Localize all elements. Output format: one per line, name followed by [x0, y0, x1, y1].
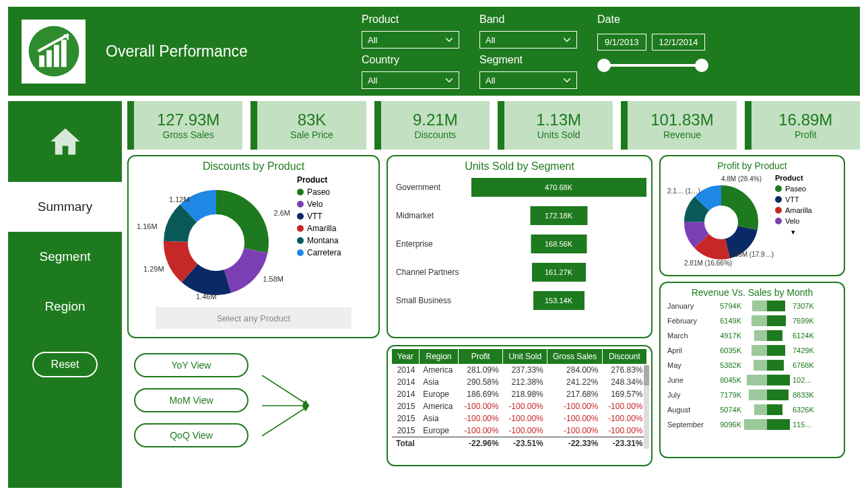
nav-summary[interactable]: Summary	[8, 182, 122, 232]
revsales-row: April 6035K 7429K	[667, 345, 837, 356]
units-bar: 172.18K	[530, 206, 587, 225]
revsales-right: 6768K	[793, 361, 822, 369]
legend-item[interactable]: Paseo	[297, 187, 341, 197]
table-header[interactable]: Discount	[602, 349, 646, 364]
revsales-row: September 9096K 115...	[667, 419, 837, 430]
revsales-row: May 5382K 6768K	[667, 360, 837, 371]
product-select[interactable]: Select any Product	[156, 307, 352, 329]
revsales-right: 102...	[793, 376, 822, 384]
units-segment: Midmarket	[396, 211, 470, 220]
revsales-bar-right	[767, 389, 789, 400]
sidebar: Summary Segment Region Reset	[8, 101, 122, 488]
kpi-accent	[251, 101, 257, 150]
filter-label-date: Date	[597, 13, 708, 26]
legend-swatch	[297, 213, 304, 220]
legend-item[interactable]: Velo	[297, 199, 341, 209]
slider-thumb-left[interactable]	[597, 59, 611, 72]
date-to[interactable]: 12/1/2014	[652, 34, 706, 51]
revsales-row: June 8045K 102...	[667, 375, 837, 385]
discounts-legend-title: Product	[297, 175, 341, 185]
total-label: Total	[392, 437, 459, 450]
cell-profit: -100.00%	[459, 412, 503, 425]
kpi-1: 83K Sale Price	[251, 101, 366, 150]
nav-home[interactable]	[8, 101, 122, 182]
revsales-right: 7307K	[793, 302, 822, 310]
revsales-bar-left	[752, 301, 767, 311]
filter-segment-value: All	[486, 75, 495, 86]
cell-region: Asia	[419, 376, 458, 388]
table-header[interactable]: Gross Sales	[547, 349, 603, 364]
units-row: Enterprise 168.56K	[396, 235, 643, 253]
legend-label: Amarilla	[307, 224, 336, 233]
units-segment: Small Business	[396, 296, 470, 305]
nav-region[interactable]: Region	[8, 282, 122, 332]
legend-item[interactable]: VTT	[775, 195, 812, 204]
revsales-bar-right	[767, 419, 790, 430]
filter-label-segment: Segment	[479, 54, 577, 66]
units-row: Midmarket 172.18K	[396, 206, 643, 225]
revsales-right: 6124K	[793, 332, 822, 340]
legend-item[interactable]: VTT	[297, 212, 341, 221]
chevron-down-icon[interactable]: ▾	[775, 228, 812, 237]
reset-button[interactable]: Reset	[32, 352, 98, 377]
slider-thumb-right[interactable]	[695, 59, 708, 72]
donut-label-velo: 1.58M	[263, 275, 283, 283]
legend-swatch	[775, 218, 782, 224]
kpi-value: 127.93M	[157, 111, 220, 129]
legend-label: Velo	[785, 217, 799, 225]
legend-item[interactable]: Paseo	[775, 185, 812, 193]
cell-year: 2014	[392, 376, 419, 388]
view-button-0[interactable]: YoY View	[134, 353, 248, 377]
legend-label: Montana	[307, 236, 339, 245]
legend-item[interactable]: Amarilla	[775, 206, 812, 214]
revsales-left: 6149K	[712, 317, 741, 325]
revsales-left: 9096K	[712, 420, 741, 429]
panel-table: YearRegionProfitUnit SoldGross SalesDisc…	[387, 345, 653, 466]
revsales-month: May	[667, 361, 709, 369]
cell-gross: 241.22%	[547, 376, 603, 388]
cell-profit: 281.09%	[459, 364, 503, 376]
cell-unit: -100.00%	[503, 400, 547, 412]
cell-region: Europe	[419, 425, 458, 437]
revsales-right: 8833K	[793, 391, 822, 399]
view-button-2[interactable]: QoQ View	[134, 423, 248, 447]
views-column: YoY ViewMoM ViewQoQ View	[127, 345, 380, 466]
legend-item[interactable]: Velo	[775, 217, 812, 225]
date-slider[interactable]	[597, 59, 708, 72]
view-button-1[interactable]: MoM View	[134, 388, 248, 412]
profit-pie: 4.8M (28.4%) 3.03M (17.9…) 2.81M (16.66%…	[667, 174, 775, 268]
table-header[interactable]: Year	[392, 349, 419, 364]
date-from[interactable]: 9/1/2013	[597, 34, 646, 51]
panel-units-title: Units Sold by Segment	[395, 160, 644, 173]
cell-gross: -100.00%	[547, 425, 603, 437]
filter-product[interactable]: All	[362, 31, 459, 49]
panel-discounts: Discounts by Product	[127, 155, 380, 338]
table-scrollbar[interactable]	[644, 365, 649, 449]
filter-band[interactable]: All	[479, 31, 577, 49]
legend-swatch	[297, 189, 304, 195]
table-header[interactable]: Region	[419, 349, 458, 364]
page-title: Overall Performance	[106, 42, 341, 61]
profit-label-right: 3.03M (17.9…)	[729, 251, 774, 258]
legend-label: Velo	[307, 199, 323, 209]
filter-band-value: All	[486, 35, 495, 45]
revsales-month: February	[667, 317, 709, 325]
scrollbar-thumb[interactable]	[644, 365, 649, 385]
donut-label-carretera: 1.12M	[169, 195, 190, 204]
revsales-row: August 5074K 6326K	[667, 404, 837, 415]
filter-group: Product All Country All Band All Segment	[362, 13, 708, 89]
revsales-bar-right	[767, 360, 784, 371]
table-header[interactable]: Unit Sold	[503, 349, 547, 364]
units-segment: Enterprise	[396, 239, 470, 249]
nav-segment[interactable]: Segment	[8, 232, 122, 282]
units-segment: Channel Partners	[396, 268, 470, 277]
legend-item[interactable]: Carretera	[297, 248, 341, 257]
filter-segment[interactable]: All	[479, 71, 577, 89]
legend-item[interactable]: Montana	[297, 236, 341, 245]
table-header[interactable]: Profit	[459, 349, 503, 364]
kpi-label: Profit	[795, 129, 817, 140]
kpi-accent	[374, 101, 381, 150]
legend-item[interactable]: Amarilla	[297, 224, 341, 233]
data-table: YearRegionProfitUnit SoldGross SalesDisc…	[392, 349, 647, 449]
filter-country[interactable]: All	[362, 71, 459, 89]
